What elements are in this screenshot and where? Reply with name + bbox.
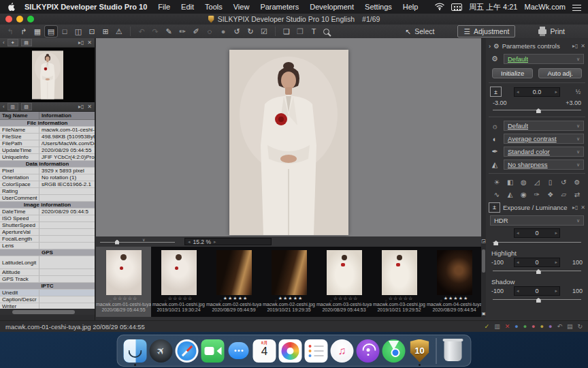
properties-tab-icon[interactable] — [7, 103, 18, 110]
half-step-icon[interactable] — [572, 87, 584, 97]
history-back-icon[interactable] — [4, 26, 16, 37]
table-row[interactable]: ISO Speed — [0, 215, 95, 222]
filmstrip-scrollbar-thumb[interactable] — [482, 249, 485, 273]
color-dropdown[interactable]: Standard color — [504, 147, 584, 157]
undock-panel-icon[interactable] — [78, 40, 84, 46]
thumbnail-image[interactable] — [382, 250, 417, 295]
warning-display-icon[interactable] — [113, 26, 125, 37]
spinner-increase-icon[interactable] — [555, 230, 557, 236]
settings-tool-icon[interactable] — [572, 177, 583, 187]
initialize-button[interactable]: Initialize — [492, 68, 533, 78]
print-mode-button[interactable]: Print — [533, 26, 570, 37]
table-row[interactable]: LatitudeLongit — [0, 256, 95, 269]
highlight-value-spinner[interactable]: 0 — [514, 258, 560, 267]
highlight-slider[interactable] — [493, 268, 581, 274]
table-row[interactable]: GPS Track — [0, 276, 95, 283]
table-row[interactable]: Lens — [0, 243, 95, 249]
menu-item[interactable]: Parameters — [260, 3, 299, 11]
redo-icon[interactable] — [149, 26, 161, 37]
open-window-icon[interactable] — [18, 26, 30, 37]
dock-launchpad-icon[interactable] — [148, 335, 174, 366]
zoom-increase-icon[interactable] — [214, 239, 216, 245]
undo-icon[interactable] — [135, 26, 148, 37]
exposure-value-spinner[interactable]: 0.0 — [514, 87, 560, 97]
close-panel-icon[interactable] — [581, 204, 585, 211]
menu-item[interactable]: Settings — [365, 3, 392, 11]
dock-photos-icon[interactable] — [278, 335, 304, 366]
undock-panel-icon[interactable] — [572, 204, 578, 211]
spinner-increase-icon[interactable] — [555, 288, 557, 294]
dock-calendar-icon[interactable]: 8月 4 — [252, 335, 278, 366]
table-row[interactable]: Altitude — [0, 269, 95, 276]
table-row[interactable]: UpdateTime 2020/08/29 05:44:55 — [0, 147, 95, 154]
table-row[interactable]: FilePath /Users/MacWk.com/Do — [0, 140, 95, 147]
restore-tool-icon[interactable] — [558, 177, 569, 187]
apple-menu-icon[interactable] — [7, 2, 15, 12]
table-row[interactable]: Pixel 3929 x 5893 pixel — [0, 168, 95, 174]
close-panel-icon[interactable] — [87, 40, 92, 46]
table-row[interactable]: Caption/Descr — [0, 296, 95, 303]
preset-dropdown[interactable]: Default — [504, 54, 584, 64]
preview-tab-icon[interactable] — [7, 39, 18, 46]
menu-item[interactable]: Development — [310, 3, 354, 11]
label-red-icon[interactable] — [532, 323, 535, 330]
menubar-account[interactable]: MacWk.com — [525, 3, 566, 11]
menu-item[interactable]: Edit — [181, 3, 194, 11]
text-tool-icon[interactable]: T — [308, 26, 320, 37]
filmstrip-item[interactable]: ☆☆☆☆☆ macwk.com-01-ceshi-tuya.jp 2020/08… — [96, 247, 151, 317]
table-row[interactable]: DateTime 2020/08/29 05:44:5 — [0, 209, 95, 215]
table-row[interactable]: IPTC — [0, 283, 95, 290]
wifi-icon[interactable] — [435, 3, 444, 12]
mark-reject-icon[interactable] — [505, 323, 510, 330]
collapse-panel-icon[interactable] — [489, 42, 491, 50]
revert-mark-icon[interactable] — [557, 323, 562, 330]
copy-parameters-icon[interactable] — [280, 26, 293, 37]
rotate-right-icon[interactable] — [244, 26, 257, 37]
slope-tool-icon[interactable] — [532, 177, 542, 187]
table-row[interactable]: Unedit — [0, 290, 95, 296]
filmstrip-item[interactable]: ☆☆☆☆☆ macwk.com-03-ceshi.jpg 2019/10/21 … — [372, 247, 427, 317]
highlight-slider-thumb[interactable] — [536, 269, 541, 274]
zoom-window-button[interactable] — [27, 16, 34, 22]
table-row[interactable]: FileSize 498.98KB (510953Byte) — [0, 134, 95, 140]
compare-view-icon[interactable] — [72, 26, 84, 37]
close-panel-icon[interactable] — [87, 104, 92, 110]
image-viewport[interactable] — [96, 38, 481, 236]
thumbnail-image[interactable] — [216, 250, 252, 295]
column-information[interactable]: Information — [39, 112, 95, 119]
label-yellow-icon[interactable] — [540, 323, 544, 330]
thumbnail-image[interactable] — [437, 250, 472, 295]
eye-tool-icon[interactable] — [518, 189, 529, 200]
hdr-slider[interactable] — [493, 239, 581, 245]
hdr-value-spinner[interactable]: 0 — [514, 228, 560, 238]
filmstrip-item[interactable]: ☆☆☆☆☆ macwk.com-01-ceshi.jpg 2019/10/21 … — [151, 247, 206, 317]
filmstrip-item[interactable]: ☆☆☆☆☆ macwk.com-03-ceshi-tuya.jpg 2020/0… — [316, 247, 372, 317]
filmstrip-item[interactable]: ★★★★★ macwk.com-02-ceshi-tuya.jpg 2020/0… — [206, 247, 261, 317]
spinner-increase-icon[interactable] — [555, 260, 557, 265]
exposure-slider[interactable] — [493, 107, 581, 113]
zoom-slider-thumb[interactable] — [115, 240, 119, 245]
combination-view-icon[interactable] — [31, 26, 44, 37]
sharpness-dropdown[interactable]: No sharpness — [504, 159, 584, 170]
table-row[interactable]: FileName macwk.com-01-ceshi-t — [0, 127, 95, 134]
select-mode-button[interactable]: Select — [399, 26, 440, 37]
pen-tool-icon[interactable] — [532, 189, 542, 200]
zoom-slider[interactable] — [100, 239, 175, 245]
folder-mark-icon[interactable] — [567, 323, 573, 330]
tone-curve-icon[interactable] — [505, 177, 516, 187]
thumbnail-image[interactable] — [106, 250, 142, 295]
adjustment-mode-button[interactable]: Adjustment — [457, 25, 515, 37]
table-row[interactable]: Image information — [0, 202, 95, 209]
table-row[interactable]: File information — [0, 120, 95, 127]
dock-safari-icon[interactable] — [174, 335, 200, 366]
grain-tool-icon[interactable] — [217, 26, 229, 37]
dock-facetime-icon[interactable] — [200, 335, 226, 366]
label-blue-icon[interactable] — [514, 323, 518, 330]
navigator-preview[interactable] — [0, 48, 95, 102]
spotting-tool-icon[interactable] — [163, 26, 175, 37]
star-rating[interactable]: ★★★★★ — [223, 296, 248, 301]
navigator-popup-icon[interactable] — [481, 238, 486, 245]
hdr-dropdown[interactable]: HDR — [490, 215, 584, 226]
undock-panel-icon[interactable] — [78, 104, 84, 110]
gradient-tool-icon[interactable] — [505, 189, 516, 200]
